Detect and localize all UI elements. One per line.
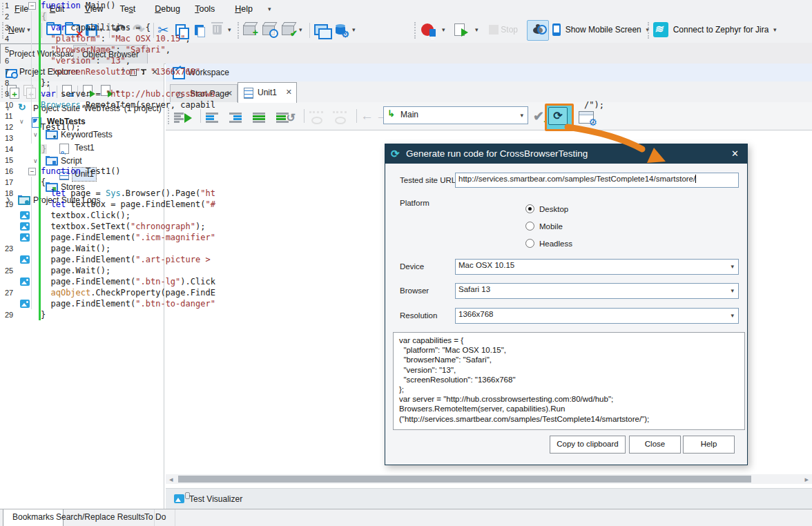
preview-code-line: ("http://services.smartbear.com/samples/… bbox=[399, 414, 739, 424]
scroll-right-icon[interactable]: ▸ bbox=[804, 474, 809, 484]
radio-mobile[interactable]: Mobile bbox=[525, 222, 563, 233]
code-line-13[interactable]: 13 bbox=[0, 133, 646, 144]
visualizer-image-icon[interactable] bbox=[20, 211, 30, 220]
generate-run-code-dialog: ⟳ Generate run code for CrossBrowserTest… bbox=[385, 144, 748, 465]
editor-hscrollbar[interactable]: ◂ ▸ bbox=[166, 474, 812, 484]
line-number: 16 bbox=[5, 166, 13, 177]
visualizer-image-icon[interactable] bbox=[20, 300, 30, 308]
preview-code-line: var server = "http://hub.crossbrowsertes… bbox=[399, 394, 739, 404]
line-number: 23 bbox=[5, 243, 13, 254]
testcomplete-window: FileEditViewTestDebugToolsHelp▾ New ▾ ✕ … bbox=[0, 0, 812, 526]
radio-desktop[interactable]: Desktop bbox=[525, 204, 568, 215]
line-number: 4 bbox=[5, 33, 9, 44]
line-number: 19 bbox=[5, 199, 13, 210]
fold-minus-icon[interactable]: − bbox=[28, 168, 36, 175]
line-number: 13 bbox=[5, 133, 13, 144]
close-button[interactable]: Close bbox=[629, 436, 681, 454]
text-cursor bbox=[695, 175, 696, 183]
browser-label: Browser bbox=[400, 286, 429, 295]
code-line-5[interactable]: 5 "browserName": "Safari", bbox=[0, 44, 646, 55]
line-number: 15 bbox=[5, 155, 13, 166]
copy-to-clipboard-button[interactable]: Copy to clipboard bbox=[550, 436, 626, 454]
line-number: 27 bbox=[5, 287, 13, 298]
fold-minus-icon[interactable]: − bbox=[28, 2, 36, 10]
dialog-title-bar[interactable]: ⟳ Generate run code for CrossBrowserTest… bbox=[385, 144, 747, 164]
radio-icon bbox=[525, 222, 534, 231]
line-number: 2 bbox=[5, 11, 9, 22]
code-line-11[interactable]: 11 bbox=[0, 110, 646, 121]
cbt-arrows-icon: ⟳ bbox=[391, 148, 400, 160]
url-label: Tested site URL bbox=[400, 176, 456, 184]
preview-code-line: "screenResolution": "1366x768" bbox=[399, 375, 739, 384]
platform-label: Platform bbox=[400, 199, 429, 207]
radio-headless[interactable]: Headless bbox=[525, 239, 572, 250]
chevron-down-icon[interactable]: ▾ bbox=[731, 312, 734, 319]
line-number: 17 bbox=[5, 177, 13, 188]
code-line-tail: /"); bbox=[584, 100, 604, 110]
visualizer-image-icon[interactable] bbox=[20, 277, 30, 286]
preview-code-line: Browsers.RemoteItem(server, capabilities… bbox=[399, 404, 739, 413]
line-number: 9 bbox=[5, 88, 9, 99]
generated-code-preview: var capabilities = { "platform": "Mac OS… bbox=[393, 332, 745, 430]
resolution-select[interactable]: 1366x768▾ bbox=[455, 308, 739, 324]
image-icon bbox=[174, 494, 184, 503]
code-line-6[interactable]: 6 "version": "13", bbox=[0, 55, 646, 66]
line-number: 3 bbox=[5, 22, 9, 33]
code-line-9[interactable]: 9var server = "http://hub.crossbrows bbox=[0, 88, 646, 99]
visualizer-image-icon[interactable] bbox=[20, 255, 30, 264]
code-line-4[interactable]: 4 "platform": "Mac OSX 10.15", bbox=[0, 33, 646, 44]
line-number: 12 bbox=[5, 121, 13, 133]
line-number: 29 bbox=[5, 309, 13, 320]
dialog-close-button[interactable]: ✕ bbox=[731, 148, 739, 159]
visualizer-image-icon[interactable] bbox=[20, 222, 30, 231]
line-number: 1 bbox=[5, 0, 9, 11]
preview-code-line: }; bbox=[399, 384, 739, 394]
code-line-2[interactable]: 2{ bbox=[0, 11, 646, 22]
tested-site-url-input[interactable]: http://services.smartbear.com/samples/Te… bbox=[455, 173, 739, 188]
preview-code-line: "platform": "Mac OSX 10.15", bbox=[399, 345, 739, 355]
preview-code-line: "version": "13", bbox=[399, 365, 739, 375]
scroll-left-icon[interactable]: ◂ bbox=[169, 474, 173, 484]
radio-icon bbox=[525, 239, 534, 248]
radio-icon bbox=[525, 204, 534, 213]
bottom-panel-tabs: Bookmarks Search/Replace Results To Do bbox=[0, 509, 812, 526]
visualizer-image-icon[interactable] bbox=[20, 233, 30, 242]
code-line-12[interactable]: 12Test1(); bbox=[0, 121, 646, 133]
preview-code-line: var capabilities = { bbox=[399, 335, 739, 345]
line-number: 10 bbox=[5, 99, 13, 110]
code-line-8[interactable]: 8}; bbox=[0, 77, 646, 88]
line-number: 25 bbox=[5, 265, 13, 276]
test-visualizer-bar[interactable]: Test Visualizer bbox=[166, 488, 812, 509]
code-line-7[interactable]: 7 "screenResolution": "1366x768" bbox=[0, 66, 646, 77]
preview-code-line: "browserName": "Safari", bbox=[399, 355, 739, 364]
line-number: 14 bbox=[5, 144, 13, 155]
chevron-down-icon[interactable]: ▾ bbox=[731, 263, 734, 270]
device-label: Device bbox=[400, 262, 424, 271]
line-number: 11 bbox=[5, 110, 12, 121]
unit-icon bbox=[244, 88, 253, 99]
line-number: 8 bbox=[5, 77, 9, 88]
tab-unit1[interactable]: Unit1 ✕ bbox=[238, 82, 297, 103]
test-visualizer-label: Test Visualizer bbox=[189, 494, 242, 504]
code-line-3[interactable]: 3 var capabilities = { bbox=[0, 22, 646, 33]
tab-to-do[interactable]: To Do bbox=[135, 509, 175, 526]
dialog-title: Generate run code for CrossBrowserTestin… bbox=[406, 148, 588, 159]
code-line-10[interactable]: 10Browsers.RemoteItem(server, capabil bbox=[0, 99, 646, 110]
close-tab-icon[interactable]: ✕ bbox=[286, 88, 292, 97]
chevron-down-icon[interactable]: ▾ bbox=[731, 287, 734, 294]
line-number: 7 bbox=[5, 66, 9, 77]
code-line-1[interactable]: 1−function Main() bbox=[0, 0, 646, 11]
resolution-label: Resolution bbox=[400, 311, 437, 320]
help-button[interactable]: Help bbox=[683, 436, 735, 454]
line-number: 5 bbox=[5, 44, 9, 55]
device-select[interactable]: Mac OSX 10.15▾ bbox=[455, 259, 739, 275]
line-number: 18 bbox=[5, 188, 13, 199]
scrollbar-thumb[interactable] bbox=[178, 476, 751, 483]
browser-select[interactable]: Safari 13▾ bbox=[455, 283, 739, 299]
line-number: 6 bbox=[5, 55, 9, 66]
